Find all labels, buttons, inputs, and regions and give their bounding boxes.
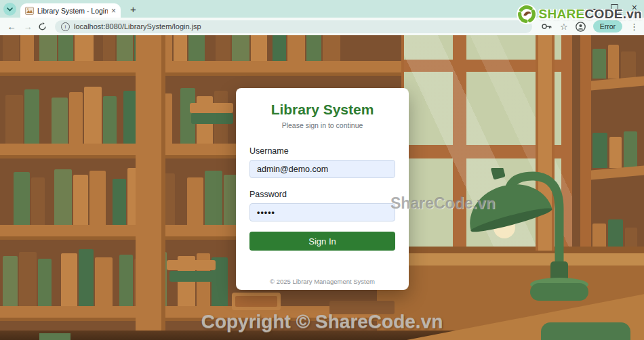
book: [14, 172, 30, 225]
book: [174, 35, 187, 61]
password-field[interactable]: [249, 203, 395, 221]
book: [117, 35, 133, 61]
tab-library-system[interactable]: Library System - Login ×: [20, 3, 121, 18]
shelf-post: [136, 35, 165, 331]
book: [205, 171, 222, 225]
book: [103, 35, 115, 61]
book: [75, 35, 94, 61]
chevron-down-icon: [7, 7, 13, 12]
flat-book: [190, 103, 233, 113]
sharecode-logo: SHARECODE.vn: [516, 3, 642, 25]
sharecode-watermark-bottom: Copyright © ShareCode.vn: [0, 311, 644, 333]
book: [61, 253, 77, 306]
book: [39, 35, 57, 61]
book: [232, 35, 249, 61]
book: [69, 92, 83, 144]
reload-icon[interactable]: [38, 22, 47, 31]
green-book: [39, 333, 71, 340]
bookshelf-row: [592, 127, 644, 168]
book: [73, 175, 88, 225]
book: [54, 169, 72, 225]
book: [251, 35, 267, 61]
lamp-base: [530, 283, 588, 301]
logo-share-text: SHARE: [539, 7, 585, 21]
back-icon[interactable]: ←: [5, 22, 18, 32]
bookshelf-row: [592, 39, 644, 79]
username-label: Username: [249, 146, 395, 156]
book: [38, 259, 52, 306]
sharecode-recycle-icon: [516, 3, 538, 25]
broken-image-favicon: [25, 7, 34, 15]
book: [84, 87, 102, 144]
sharecode-logo-text: SHARECODE.vn: [539, 7, 642, 22]
book: [187, 177, 203, 225]
book: [592, 49, 606, 79]
tab-title: Library System - Login: [37, 7, 108, 15]
shelf-board: [0, 61, 401, 76]
book: [608, 45, 619, 79]
book: [306, 35, 321, 61]
username-field[interactable]: [249, 160, 395, 178]
drawer: [232, 293, 281, 310]
book: [5, 95, 23, 144]
book: [24, 89, 39, 144]
book: [119, 255, 133, 306]
book: [79, 249, 94, 306]
book: [113, 179, 126, 225]
book: [323, 35, 340, 61]
book: [188, 35, 205, 61]
forward-icon[interactable]: →: [22, 22, 34, 32]
book: [31, 177, 45, 225]
book: [20, 35, 34, 61]
page-title: Library System: [249, 102, 395, 118]
flat-book: [191, 113, 233, 124]
book: [621, 51, 636, 79]
tab-close-icon[interactable]: ×: [111, 7, 116, 15]
bookshelf-row: [0, 35, 404, 61]
flat-book: [169, 271, 214, 282]
password-label: Password: [249, 190, 395, 199]
book: [273, 35, 286, 61]
site-info-icon[interactable]: i: [61, 22, 70, 31]
flat-book: [167, 260, 216, 270]
new-tab-button[interactable]: +: [130, 3, 136, 15]
book: [3, 35, 19, 61]
book: [592, 133, 607, 168]
book: [19, 252, 37, 306]
book: [216, 35, 230, 61]
book: [3, 256, 18, 306]
book: [624, 131, 637, 168]
book: [609, 137, 622, 168]
book: [89, 171, 106, 225]
sign-in-button[interactable]: Sign In: [249, 232, 395, 251]
copyright-footer: © 2025 Library Management System: [249, 278, 395, 285]
address-bar[interactable]: i localhost:8080/LibrarySystem/login.jsp: [55, 20, 532, 33]
book: [52, 98, 68, 144]
logo-code-text: CODE.vn: [585, 7, 642, 21]
page-subtitle: Please sign in to continue: [249, 121, 395, 129]
url-text[interactable]: localhost:8080/LibrarySystem/login.jsp: [74, 22, 201, 30]
book: [287, 35, 305, 61]
book: [95, 257, 113, 306]
login-card: Library System Please sign in to continu…: [236, 88, 409, 290]
browser-window: Library System - Login × + × ← → i local…: [0, 0, 644, 340]
book: [58, 35, 73, 61]
book: [103, 96, 117, 144]
sharecode-watermark-mid: ShareCode.vn: [390, 194, 496, 213]
tab-search-button[interactable]: [3, 3, 16, 16]
